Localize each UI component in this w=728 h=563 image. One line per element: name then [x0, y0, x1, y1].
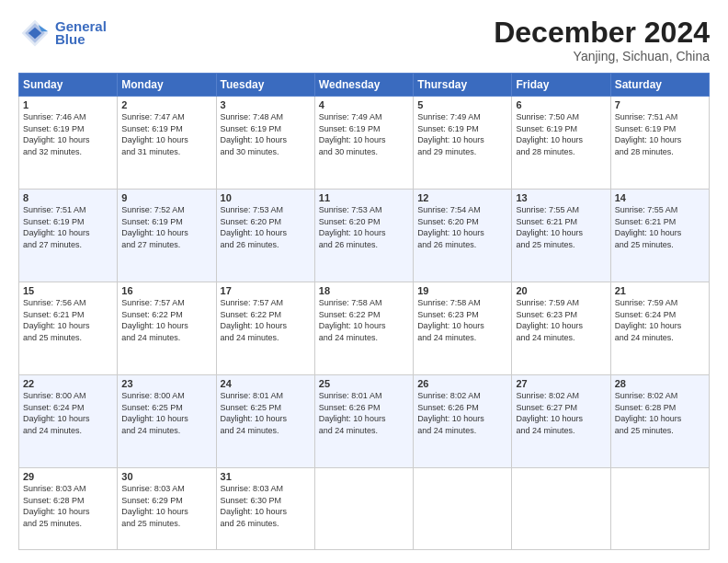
table-row — [610, 468, 709, 550]
day-info: Sunrise: 7:47 AM Sunset: 6:19 PM Dayligh… — [121, 111, 211, 157]
day-info: Sunrise: 7:58 AM Sunset: 6:23 PM Dayligh… — [417, 297, 507, 343]
day-info: Sunrise: 7:57 AM Sunset: 6:22 PM Dayligh… — [121, 297, 211, 343]
table-row: 11Sunrise: 7:53 AM Sunset: 6:20 PM Dayli… — [314, 190, 413, 282]
day-number: 8 — [23, 192, 113, 203]
calendar-weekday-thursday: Thursday — [414, 74, 512, 97]
day-number: 12 — [417, 192, 507, 203]
day-info: Sunrise: 8:03 AM Sunset: 6:29 PM Dayligh… — [121, 483, 211, 529]
day-info: Sunrise: 8:01 AM Sunset: 6:26 PM Dayligh… — [319, 390, 409, 436]
day-number: 3 — [221, 99, 311, 110]
day-number: 18 — [319, 285, 409, 296]
day-number: 5 — [417, 99, 507, 110]
day-number: 19 — [417, 285, 507, 296]
day-info: Sunrise: 7:53 AM Sunset: 6:20 PM Dayligh… — [319, 204, 409, 250]
day-number: 30 — [121, 471, 211, 482]
table-row: 5Sunrise: 7:49 AM Sunset: 6:19 PM Daylig… — [414, 97, 512, 190]
table-row: 8Sunrise: 7:51 AM Sunset: 6:19 PM Daylig… — [19, 190, 118, 282]
table-row: 15Sunrise: 7:56 AM Sunset: 6:21 PM Dayli… — [19, 282, 118, 375]
day-info: Sunrise: 8:02 AM Sunset: 6:27 PM Dayligh… — [516, 390, 606, 436]
day-info: Sunrise: 7:46 AM Sunset: 6:19 PM Dayligh… — [23, 111, 113, 157]
day-number: 2 — [121, 99, 211, 110]
table-row: 29Sunrise: 8:03 AM Sunset: 6:28 PM Dayli… — [19, 468, 118, 550]
day-number: 14 — [615, 192, 705, 203]
day-info: Sunrise: 7:51 AM Sunset: 6:19 PM Dayligh… — [23, 204, 113, 250]
day-info: Sunrise: 7:54 AM Sunset: 6:20 PM Dayligh… — [417, 204, 507, 250]
table-row: 23Sunrise: 8:00 AM Sunset: 6:25 PM Dayli… — [118, 375, 216, 468]
table-row: 31Sunrise: 8:03 AM Sunset: 6:30 PM Dayli… — [216, 468, 314, 550]
table-row: 17Sunrise: 7:57 AM Sunset: 6:22 PM Dayli… — [216, 282, 314, 375]
day-number: 10 — [221, 192, 311, 203]
day-number: 17 — [221, 285, 311, 296]
table-row: 2Sunrise: 7:47 AM Sunset: 6:19 PM Daylig… — [118, 97, 216, 190]
day-number: 1 — [23, 99, 113, 110]
day-info: Sunrise: 7:51 AM Sunset: 6:19 PM Dayligh… — [615, 111, 705, 157]
table-row: 7Sunrise: 7:51 AM Sunset: 6:19 PM Daylig… — [610, 97, 709, 190]
calendar-weekday-sunday: Sunday — [19, 74, 118, 97]
table-row: 14Sunrise: 7:55 AM Sunset: 6:21 PM Dayli… — [610, 190, 709, 282]
day-info: Sunrise: 7:49 AM Sunset: 6:19 PM Dayligh… — [319, 111, 409, 157]
table-row: 10Sunrise: 7:53 AM Sunset: 6:20 PM Dayli… — [216, 190, 314, 282]
day-info: Sunrise: 7:50 AM Sunset: 6:19 PM Dayligh… — [516, 111, 606, 157]
calendar-weekday-wednesday: Wednesday — [314, 74, 413, 97]
table-row: 21Sunrise: 7:59 AM Sunset: 6:24 PM Dayli… — [610, 282, 709, 375]
table-row: 9Sunrise: 7:52 AM Sunset: 6:19 PM Daylig… — [118, 190, 216, 282]
day-number: 9 — [121, 192, 211, 203]
day-number: 26 — [417, 378, 507, 389]
subtitle: Yanjing, Sichuan, China — [494, 49, 710, 63]
day-info: Sunrise: 8:01 AM Sunset: 6:25 PM Dayligh… — [221, 390, 311, 436]
day-number: 15 — [23, 285, 113, 296]
day-number: 23 — [121, 378, 211, 389]
logo-text: General Blue — [55, 18, 107, 48]
day-number: 20 — [516, 285, 606, 296]
table-row: 1Sunrise: 7:46 AM Sunset: 6:19 PM Daylig… — [19, 97, 118, 190]
day-number: 28 — [615, 378, 705, 389]
day-number: 13 — [516, 192, 606, 203]
table-row: 6Sunrise: 7:50 AM Sunset: 6:19 PM Daylig… — [512, 97, 610, 190]
day-info: Sunrise: 7:59 AM Sunset: 6:23 PM Dayligh… — [516, 297, 606, 343]
page: General Blue December 2024 Yanjing, Sich… — [0, 0, 728, 563]
day-info: Sunrise: 8:02 AM Sunset: 6:28 PM Dayligh… — [615, 390, 705, 436]
table-row: 30Sunrise: 8:03 AM Sunset: 6:29 PM Dayli… — [118, 468, 216, 550]
day-number: 11 — [319, 192, 409, 203]
logo-icon — [18, 17, 51, 50]
day-info: Sunrise: 8:00 AM Sunset: 6:25 PM Dayligh… — [121, 390, 211, 436]
day-info: Sunrise: 7:55 AM Sunset: 6:21 PM Dayligh… — [615, 204, 705, 250]
table-row: 13Sunrise: 7:55 AM Sunset: 6:21 PM Dayli… — [512, 190, 610, 282]
day-info: Sunrise: 7:49 AM Sunset: 6:19 PM Dayligh… — [417, 111, 507, 157]
table-row: 27Sunrise: 8:02 AM Sunset: 6:27 PM Dayli… — [512, 375, 610, 468]
day-info: Sunrise: 7:56 AM Sunset: 6:21 PM Dayligh… — [23, 297, 113, 343]
day-info: Sunrise: 7:58 AM Sunset: 6:22 PM Dayligh… — [319, 297, 409, 343]
day-info: Sunrise: 7:59 AM Sunset: 6:24 PM Dayligh… — [615, 297, 705, 343]
day-number: 24 — [221, 378, 311, 389]
day-info: Sunrise: 7:55 AM Sunset: 6:21 PM Dayligh… — [516, 204, 606, 250]
calendar-weekday-saturday: Saturday — [610, 74, 709, 97]
day-info: Sunrise: 8:00 AM Sunset: 6:24 PM Dayligh… — [23, 390, 113, 436]
table-row — [512, 468, 610, 550]
calendar-weekday-tuesday: Tuesday — [216, 74, 314, 97]
logo: General Blue — [18, 17, 107, 50]
day-number: 22 — [23, 378, 113, 389]
day-number: 31 — [221, 471, 311, 482]
table-row: 19Sunrise: 7:58 AM Sunset: 6:23 PM Dayli… — [414, 282, 512, 375]
calendar-table: SundayMondayTuesdayWednesdayThursdayFrid… — [18, 73, 710, 550]
table-row: 20Sunrise: 7:59 AM Sunset: 6:23 PM Dayli… — [512, 282, 610, 375]
day-number: 21 — [615, 285, 705, 296]
table-row: 3Sunrise: 7:48 AM Sunset: 6:19 PM Daylig… — [216, 97, 314, 190]
day-info: Sunrise: 8:03 AM Sunset: 6:28 PM Dayligh… — [23, 483, 113, 529]
table-row: 24Sunrise: 8:01 AM Sunset: 6:25 PM Dayli… — [216, 375, 314, 468]
day-number: 7 — [615, 99, 705, 110]
day-number: 27 — [516, 378, 606, 389]
day-info: Sunrise: 7:52 AM Sunset: 6:19 PM Dayligh… — [121, 204, 211, 250]
day-info: Sunrise: 7:48 AM Sunset: 6:19 PM Dayligh… — [221, 111, 311, 157]
calendar-weekday-monday: Monday — [118, 74, 216, 97]
calendar-weekday-friday: Friday — [512, 74, 610, 97]
header: General Blue December 2024 Yanjing, Sich… — [18, 17, 710, 63]
day-number: 25 — [319, 378, 409, 389]
day-info: Sunrise: 7:57 AM Sunset: 6:22 PM Dayligh… — [221, 297, 311, 343]
day-info: Sunrise: 8:02 AM Sunset: 6:26 PM Dayligh… — [417, 390, 507, 436]
table-row: 12Sunrise: 7:54 AM Sunset: 6:20 PM Dayli… — [414, 190, 512, 282]
table-row — [414, 468, 512, 550]
table-row: 16Sunrise: 7:57 AM Sunset: 6:22 PM Dayli… — [118, 282, 216, 375]
day-info: Sunrise: 8:03 AM Sunset: 6:30 PM Dayligh… — [221, 483, 311, 529]
day-number: 6 — [516, 99, 606, 110]
